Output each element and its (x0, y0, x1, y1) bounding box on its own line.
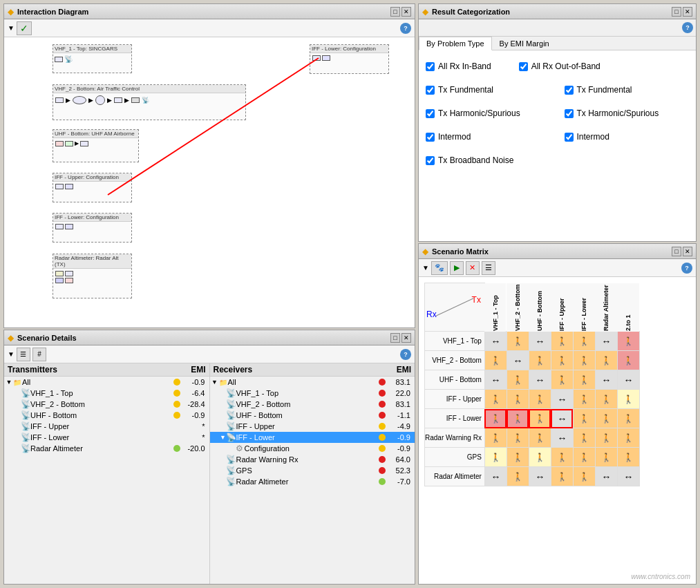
cell-iff-lower-uhf[interactable]: 🚶 (529, 409, 551, 428)
cb-all-rx-outofband-input[interactable] (519, 62, 528, 71)
sd-dropdown-arrow[interactable]: ▼ (8, 350, 15, 358)
dropdown-arrow[interactable]: ▼ (8, 24, 15, 32)
node-uhf-bottom[interactable]: UHF - Bottom: UHF AM Airborne ▶ (53, 129, 139, 162)
cell-rwr-iff-upper[interactable]: ↔ (551, 428, 573, 448)
cb-tx-fundamental-l[interactable]: Tx Fundmental (426, 85, 551, 95)
cell-vhf2-iff-lower[interactable]: 🚶 (573, 351, 595, 370)
node-iff-lower[interactable]: IFF - Lower: Configuration (53, 213, 132, 243)
tab-by-emi[interactable]: By EMI Margin (492, 37, 557, 50)
cell-uhf-iff-upper[interactable]: 🚶 (551, 370, 573, 390)
sd-list-button[interactable]: ☰ (17, 348, 30, 361)
sd-help-button[interactable]: ? (400, 349, 411, 360)
cell-radar-alt-vhf1[interactable]: ↔ (484, 467, 507, 486)
sm-paw-button[interactable]: 🐾 (431, 261, 448, 275)
help-button[interactable]: ? (400, 23, 411, 34)
cell-iff-lower-iff-upper[interactable]: ↔ (551, 409, 573, 428)
cell-gps-2to1[interactable]: 🚶 (617, 448, 639, 467)
sm-grid-button[interactable]: ☰ (482, 261, 495, 275)
cell-uhf-vhf1[interactable]: ↔ (484, 370, 507, 390)
cb-tx-harmonic-r[interactable]: Tx Harmonic/Spurious (565, 108, 690, 118)
cb-tx-fundamental-r[interactable]: Tx Fundmental (565, 85, 690, 95)
rx-row-all[interactable]: ▼ 📁 All 83.1 (210, 377, 415, 388)
cell-iff-upper-uhf[interactable]: 🚶 (529, 390, 551, 409)
node-radar-alt[interactable]: Radar Altimeter: Radar Alt (TX) (53, 254, 132, 298)
sd-sort-button[interactable]: # (32, 348, 46, 361)
rx-row-config[interactable]: ⚙ Configuration -0.9 (210, 443, 415, 454)
cell-rwr-vhf2[interactable]: 🚶 (507, 428, 529, 448)
cell-gps-iff-lower[interactable]: 🚶 (573, 448, 595, 467)
cell-rwr-vhf1[interactable]: 🚶 (484, 428, 507, 448)
cell-uhf-uhf[interactable]: ↔ (529, 370, 551, 390)
cell-radar-alt-vhf2[interactable]: 🚶 (507, 467, 529, 486)
cb-tx-harm-l-input[interactable] (426, 109, 435, 118)
sm-close-button[interactable]: ✕ (683, 247, 692, 256)
cell-iff-upper-2to1[interactable]: 🚶 (617, 390, 639, 409)
tx-row-all[interactable]: ▼ 📁 All -0.9 (4, 377, 209, 388)
cb-intermod-l-input[interactable] (426, 133, 435, 142)
cb-intermod-r[interactable]: Intermod (565, 132, 690, 142)
cell-gps-radar[interactable]: 🚶 (595, 448, 617, 467)
cell-radar-alt-iff-lower[interactable]: 🚶 (573, 467, 595, 486)
cell-uhf-radar[interactable]: ↔ (595, 370, 617, 390)
cell-iff-upper-vhf1[interactable]: 🚶 (484, 390, 507, 409)
cell-uhf-iff-lower[interactable]: 🚶 (573, 370, 595, 390)
tx-all-toggle[interactable]: ▼ (6, 379, 12, 386)
rx-row-vhf1[interactable]: 📡 VHF_1 - Top 22.0 (210, 388, 415, 399)
cell-iff-upper-iff-lower[interactable]: 🚶 (573, 390, 595, 409)
node-iff-lower-tr[interactable]: IFF - Lower: Configuration (310, 44, 389, 74)
cell-rwr-iff-lower[interactable]: 🚶 (573, 428, 595, 448)
cb-intermod-l[interactable]: Intermod (426, 132, 551, 142)
cell-uhf-vhf2[interactable]: 🚶 (507, 370, 529, 390)
cell-iff-lower-vhf2[interactable]: 🚶 (507, 409, 529, 428)
tx-row-iff-lower[interactable]: 📡 IFF - Lower * (4, 432, 209, 443)
rx-row-vhf2[interactable]: 📡 VHF_2 - Bottom 83.1 (210, 399, 415, 410)
sm-play-button[interactable]: ▶ (450, 261, 464, 275)
rx-row-gps[interactable]: 📡 GPS 52.3 (210, 465, 415, 476)
cell-gps-iff-upper[interactable]: 🚶 (551, 448, 573, 467)
cell-vhf2-radar[interactable]: 🚶 (595, 351, 617, 370)
cell-vhf1-iff-lower[interactable]: 🚶 (573, 332, 595, 351)
cell-radar-alt-uhf[interactable]: ↔ (529, 467, 551, 486)
cell-vhf1-vhf1[interactable]: ↔ (484, 332, 507, 351)
cb-intermod-r-input[interactable] (565, 133, 574, 142)
sd-restore-button[interactable]: □ (390, 333, 400, 343)
rx-row-iff-lower[interactable]: ▼ 📡 IFF - Lower -0.9 (210, 432, 415, 443)
cb-tx-harmonic-l[interactable]: Tx Harmonic/Spurious (426, 108, 551, 118)
cell-iff-lower-radar[interactable]: 🚶 (595, 409, 617, 428)
cb-tx-fund-r-input[interactable] (565, 86, 574, 95)
cell-vhf2-vhf1[interactable]: 🚶 (484, 351, 507, 370)
cell-vhf1-vhf2[interactable]: 🚶 (507, 332, 529, 351)
cell-gps-uhf[interactable]: 🚶 (529, 448, 551, 467)
rx-row-uhf[interactable]: 📡 UHF - Bottom -1.1 (210, 410, 415, 421)
cell-iff-lower-2to1[interactable]: 🚶 (617, 409, 639, 428)
tab-by-problem[interactable]: By Problem Type (419, 37, 492, 50)
cell-iff-upper-vhf2[interactable]: 🚶 (507, 390, 529, 409)
cell-uhf-2to1[interactable]: ↔ (617, 370, 639, 390)
cell-vhf2-iff-upper[interactable]: 🚶 (551, 351, 573, 370)
sm-restore-button[interactable]: □ (672, 247, 681, 256)
cell-vhf1-radar[interactable]: ↔ (595, 332, 617, 351)
sm-help-button[interactable]: ? (681, 263, 692, 274)
restore-button[interactable]: □ (390, 7, 400, 17)
cell-vhf1-2to1[interactable]: 🚶 (617, 332, 639, 351)
rx-iff-lower-toggle[interactable]: ▼ (220, 434, 227, 441)
cb-all-rx-outofband[interactable]: All Rx Out-of-Band (519, 61, 600, 71)
tx-row-radar[interactable]: 📡 Radar Altimeter -20.0 (4, 443, 209, 454)
cell-iff-lower-iff-lower[interactable]: 🚶 (573, 409, 595, 428)
cb-all-rx-inband-input[interactable] (426, 62, 435, 71)
tx-row-vhf2[interactable]: 📡 VHF_2 - Bottom -28.4 (4, 399, 209, 410)
rx-all-toggle[interactable]: ▼ (211, 379, 218, 386)
tx-row-vhf1[interactable]: 📡 VHF_1 - Top -6.4 (4, 388, 209, 399)
cell-radar-alt-2to1[interactable]: ↔ (617, 467, 639, 486)
cell-gps-vhf1[interactable]: 🚶 (484, 448, 507, 467)
tx-row-uhf[interactable]: 📡 UHF - Bottom -0.9 (4, 410, 209, 421)
cell-rwr-uhf[interactable]: 🚶 (529, 428, 551, 448)
cb-all-rx-inband[interactable]: All Rx In-Band (426, 61, 491, 71)
rx-row-iff-upper[interactable]: 📡 IFF - Upper -4.9 (210, 421, 415, 432)
node-vhf1-top[interactable]: VHF_1 - Top: SINCGARS 📡 (53, 44, 132, 73)
cell-radar-alt-iff-upper[interactable]: 🚶 (551, 467, 573, 486)
cell-iff-upper-radar[interactable]: 🚶 (595, 390, 617, 409)
sm-stop-button[interactable]: ✕ (466, 261, 480, 275)
result-cat-help-button[interactable]: ? (682, 22, 693, 33)
rx-row-radar-warn[interactable]: 📡 Radar Warning Rx 64.0 (210, 454, 415, 465)
